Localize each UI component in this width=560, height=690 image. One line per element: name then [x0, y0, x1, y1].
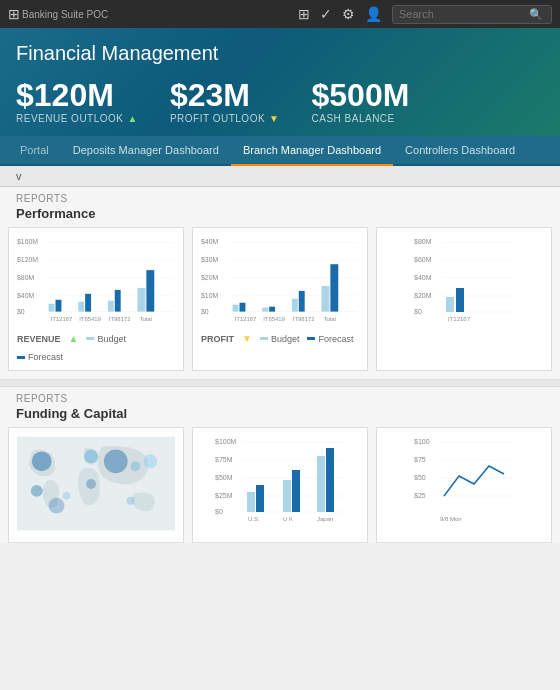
dashboard-icon[interactable]: ⊞ — [298, 6, 310, 22]
profit-forecast-legend: Forecast — [307, 334, 353, 344]
svg-point-62 — [131, 461, 141, 471]
cash-label: CASH BALANCE — [312, 113, 410, 124]
profit-chart-trend-icon: ▼ — [242, 333, 252, 344]
tab-branch[interactable]: Branch Manager Dashboard — [231, 136, 393, 166]
performance-charts-row: $160M $120M $80M $40M $0 — [0, 227, 560, 379]
svg-rect-37 — [299, 291, 305, 312]
svg-rect-35 — [269, 307, 275, 312]
revenue-chart-trend-icon: ▲ — [69, 333, 79, 344]
svg-point-65 — [62, 492, 70, 500]
sub-nav: v — [0, 166, 560, 187]
svg-text:IT98172: IT98172 — [293, 316, 315, 322]
svg-text:Japan: Japan — [317, 516, 333, 522]
revenue-trend-icon: ▲ — [128, 113, 138, 124]
svg-point-66 — [143, 454, 157, 468]
user-icon[interactable]: 👤 — [365, 6, 382, 22]
svg-rect-16 — [137, 288, 145, 312]
svg-text:IT65419: IT65419 — [263, 316, 285, 322]
main-content: Reports Performance $160M $120M $80M $40… — [0, 187, 560, 543]
forecast-legend: Forecast — [17, 352, 63, 362]
svg-rect-54 — [446, 297, 454, 312]
tab-controllers[interactable]: Controllers Dashboard — [393, 136, 527, 166]
search-icon: 🔍 — [529, 8, 543, 21]
profit-budget-legend: Budget — [260, 334, 300, 344]
performance-section-title: Performance — [0, 206, 560, 227]
funding-section-label: Reports — [0, 387, 560, 406]
svg-text:IT12167: IT12167 — [235, 316, 257, 322]
svg-point-58 — [32, 451, 52, 471]
svg-text:U.S.: U.S. — [248, 516, 260, 522]
search-input[interactable] — [399, 8, 529, 20]
svg-text:IT65419: IT65419 — [79, 316, 101, 322]
svg-text:$0: $0 — [17, 308, 25, 315]
svg-text:IT12167: IT12167 — [448, 316, 471, 322]
funding-charts-row: $100M $75M $50M $25M $0 U.S. — [0, 427, 560, 543]
app-title-area: ⊞ Banking Suite POC — [8, 6, 108, 22]
app-title: Banking Suite POC — [22, 9, 108, 20]
check-circle-icon[interactable]: ✓ — [320, 6, 332, 22]
revenue-value: $120M — [16, 79, 138, 111]
search-bar[interactable]: 🔍 — [392, 5, 552, 24]
nav-icons: ⊞ ✓ ⚙ 👤 🔍 — [298, 5, 552, 24]
revenue-metric: $120M REVENUE OUTLOOK ▲ — [16, 79, 138, 124]
funding-section-title: Funding & Capital — [0, 406, 560, 427]
svg-rect-32 — [233, 305, 239, 312]
budget-legend: Budget — [86, 334, 126, 344]
third-chart-svg: $80M $60M $40M $20M $0 IT12167 — [385, 236, 543, 326]
cash-value: $500M — [312, 79, 410, 111]
profit-metric: $23M PROFIT OUTLOOK ▼ — [170, 79, 280, 124]
svg-rect-17 — [146, 270, 154, 311]
svg-text:IT98172: IT98172 — [109, 316, 131, 322]
home-icon[interactable]: ⊞ — [8, 6, 20, 22]
svg-text:$20M: $20M — [414, 292, 432, 299]
svg-text:$50M: $50M — [215, 474, 233, 481]
metrics-row: $120M REVENUE OUTLOOK ▲ $23M PROFIT OUTL… — [16, 79, 544, 124]
svg-text:$0: $0 — [414, 308, 422, 315]
gear-icon[interactable]: ⚙ — [342, 6, 355, 22]
svg-text:9/8: 9/8 — [440, 516, 449, 522]
svg-rect-34 — [262, 308, 268, 312]
profit-chart-block: $40M $30M $20M $10M $0 — [192, 227, 368, 371]
svg-rect-36 — [292, 299, 298, 312]
tab-portal[interactable]: Portal — [8, 136, 61, 166]
tab-deposits[interactable]: Deposits Manager Dashboard — [61, 136, 231, 166]
svg-rect-33 — [240, 303, 246, 312]
svg-rect-10 — [49, 304, 55, 312]
profit-chart-svg: $40M $30M $20M $10M $0 — [201, 236, 359, 326]
line-chart-block: $100 $75 $50 $25 9/8 Mon — [376, 427, 552, 543]
svg-text:$40M: $40M — [17, 292, 35, 299]
revenue-label-text: REVENUE — [17, 334, 61, 344]
svg-rect-15 — [115, 290, 121, 312]
third-chart-block: $80M $60M $40M $20M $0 IT12167 — [376, 227, 552, 371]
svg-text:$160M: $160M — [17, 238, 38, 245]
revenue-chart-legend: REVENUE ▲ Budget Forecast — [17, 333, 175, 362]
svg-text:$0: $0 — [201, 308, 209, 315]
revenue-label: REVENUE OUTLOOK ▲ — [16, 113, 138, 124]
line-chart-svg: $100 $75 $50 $25 9/8 Mon — [385, 436, 543, 531]
cash-metric: $500M CASH BALANCE — [312, 79, 410, 124]
profit-trend-icon: ▼ — [269, 113, 279, 124]
svg-rect-80 — [283, 480, 291, 512]
revenue-chart-block: $160M $120M $80M $40M $0 — [8, 227, 184, 371]
svg-text:IT12167: IT12167 — [51, 316, 73, 322]
svg-text:$10M: $10M — [201, 292, 219, 299]
svg-text:$120M: $120M — [17, 256, 38, 263]
svg-text:$80M: $80M — [414, 238, 432, 245]
svg-text:Mon: Mon — [450, 516, 462, 522]
svg-rect-83 — [326, 448, 334, 512]
svg-text:$20M: $20M — [201, 274, 219, 281]
page-title: Financial Management — [16, 42, 544, 65]
profit-label: PROFIT OUTLOOK ▼ — [170, 113, 280, 124]
svg-point-60 — [84, 449, 98, 463]
svg-text:Total: Total — [323, 316, 335, 322]
svg-text:$25M: $25M — [215, 492, 233, 499]
performance-section-label: Reports — [0, 187, 560, 206]
svg-text:U K: U K — [283, 516, 293, 522]
svg-rect-11 — [56, 300, 62, 312]
section-divider — [0, 379, 560, 387]
svg-rect-79 — [256, 485, 264, 512]
svg-rect-39 — [330, 264, 338, 311]
budget-dot — [86, 337, 94, 340]
svg-text:$100M: $100M — [215, 438, 237, 445]
profit-chart-legend: PROFIT ▼ Budget Forecast — [201, 333, 359, 344]
